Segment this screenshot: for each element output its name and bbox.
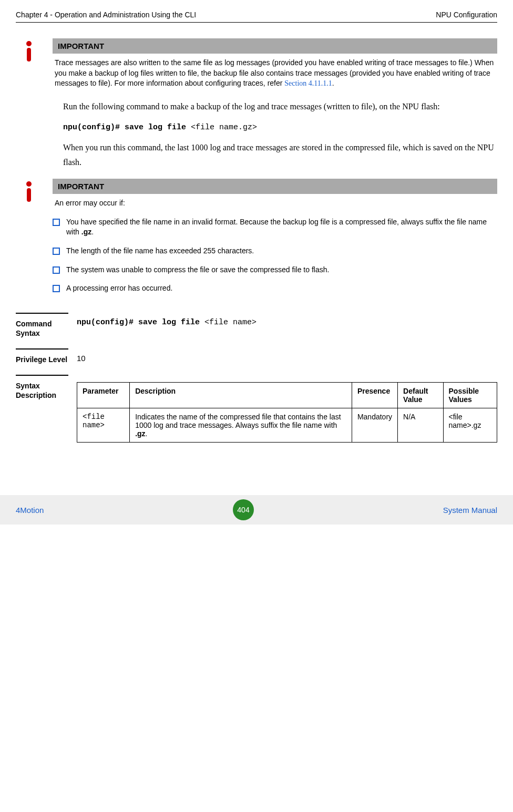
th-possible: Possible Values (443, 383, 497, 408)
bullet-text: The length of the file name has exceeded… (66, 246, 254, 256)
list-item: The length of the file name has exceeded… (53, 246, 497, 256)
td-parameter: <file name> (77, 408, 130, 443)
body-paragraph-1: Run the following command to make a back… (63, 99, 497, 115)
syntax-description-row: Syntax Description Parameter Description… (16, 375, 497, 443)
th-parameter: Parameter (77, 383, 130, 408)
page-number: 404 (233, 499, 254, 520)
privilege-level-value: 10 (68, 348, 497, 364)
bullet-icon (53, 285, 60, 292)
important-icon (16, 179, 42, 302)
th-presence: Presence (352, 383, 397, 408)
svg-rect-1 (27, 48, 31, 61)
td-description: Indicates the name of the compressed fil… (130, 408, 352, 443)
command-syntax-value: npu(config)# save log file <file name> (68, 313, 497, 338)
important-note-2: IMPORTANT An error may occur if: You hav… (16, 179, 497, 302)
important-icon (16, 38, 42, 89)
bullet-icon (53, 219, 60, 226)
list-item: You have specified the file name in an i… (53, 217, 497, 238)
th-description: Description (130, 383, 352, 408)
privilege-level-row: Privilege Level 10 (16, 348, 497, 364)
syntax-description-content: Parameter Description Presence Default V… (68, 375, 497, 443)
td-desc-bold: .gz (135, 429, 145, 438)
td-possible: <file name>.gz (443, 408, 497, 443)
important-title: IMPORTANT (53, 38, 497, 54)
important-lead: An error may occur if: (53, 198, 497, 209)
command-bold: npu(config)# save log file (63, 123, 191, 132)
syntax-description-label: Syntax Description (16, 375, 68, 443)
footer-left: 4Motion (16, 506, 44, 515)
important-note-1: IMPORTANT Trace messages are also writte… (16, 38, 497, 89)
important-title: IMPORTANT (53, 179, 497, 194)
bullet-icon (53, 266, 60, 274)
section-link[interactable]: Section 4.11.1.1 (284, 79, 332, 87)
bullet-text: You have specified the file name in an i… (66, 218, 487, 237)
bullet-text: A processing error has occurred. (66, 283, 172, 294)
svg-point-0 (26, 41, 32, 46)
table-header-row: Parameter Description Presence Default V… (77, 383, 497, 408)
command-arg: <file name.gz> (191, 123, 257, 132)
th-default: Default Value (398, 383, 443, 408)
list-item: The system was unable to compress the fi… (53, 265, 497, 275)
syntax-table: Parameter Description Presence Default V… (77, 382, 497, 443)
command-syntax-label: Command Syntax (16, 313, 68, 338)
privilege-level-label: Privilege Level (16, 348, 68, 364)
list-item: A processing error has occurred. (53, 283, 497, 294)
bullet-post: . (91, 228, 94, 236)
bullet-bold: .gz (81, 228, 91, 236)
page-footer: 4Motion 404 System Manual (0, 495, 513, 525)
bullet-text: The system was unable to compress the fi… (66, 265, 329, 275)
command-syntax-row: Command Syntax npu(config)# save log fil… (16, 313, 497, 338)
svg-point-2 (26, 181, 32, 187)
td-desc-post: . (146, 429, 148, 438)
table-row: <file name> Indicates the name of the co… (77, 408, 497, 443)
footer-right: System Manual (443, 506, 497, 515)
td-desc-pre: Indicates the name of the compressed fil… (135, 413, 341, 429)
page-header: Chapter 4 - Operation and Administration… (16, 11, 497, 23)
td-presence: Mandatory (352, 408, 397, 443)
command-syntax-bold: npu(config)# save log file (77, 318, 204, 327)
header-left: Chapter 4 - Operation and Administration… (16, 11, 196, 19)
body-paragraph-2: When you run this command, the last 1000… (63, 140, 497, 171)
td-default: N/A (398, 408, 443, 443)
important-text: Trace messages are also written to the s… (53, 58, 497, 89)
command-example-1: npu(config)# save log file <file name.gz… (63, 123, 497, 132)
important-text-pre: Trace messages are also written to the s… (55, 58, 494, 87)
command-syntax-arg: <file name> (204, 318, 256, 327)
important-text-post: . (332, 79, 334, 87)
error-list: You have specified the file name in an i… (53, 217, 497, 294)
bullet-icon (53, 248, 60, 255)
header-right: NPU Configuration (436, 11, 497, 19)
svg-rect-3 (27, 188, 31, 202)
